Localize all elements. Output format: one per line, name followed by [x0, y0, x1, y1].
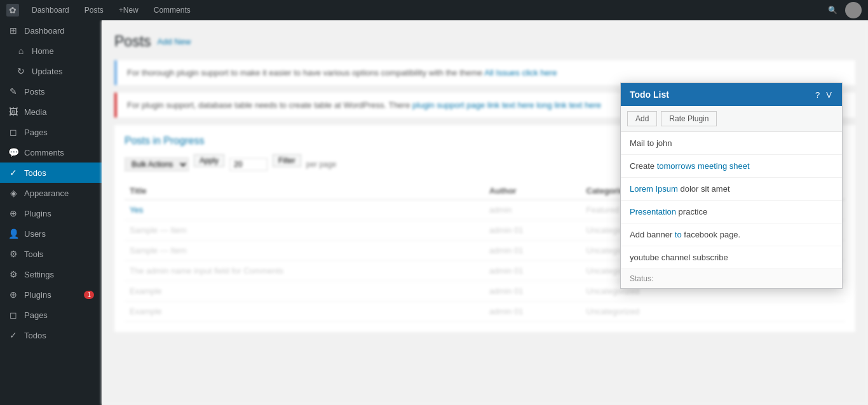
plugins2-icon: ⊕	[8, 289, 19, 300]
pages2-icon: ◻	[8, 310, 19, 320]
row-title-link[interactable]: Example	[130, 307, 162, 316]
page-title: Posts	[114, 33, 151, 50]
notice-error-link[interactable]: plugin support page link text here long …	[412, 100, 601, 110]
row-title-link[interactable]: Yes	[130, 205, 143, 215]
users-icon: 👤	[8, 229, 19, 239]
todo-list: Mail to john Create tomorrows meeting sh…	[621, 132, 842, 269]
sidebar-item-pages2[interactable]: ◻ Pages	[0, 305, 102, 325]
todo-item-1[interactable]: Mail to john	[621, 132, 842, 155]
row-author: admin 01	[484, 281, 581, 302]
apply-button[interactable]: Apply	[194, 154, 224, 167]
todo-highlight-4: Presentation	[630, 207, 676, 216]
row-tags	[720, 302, 783, 322]
notice-sublink[interactable]: click here	[522, 68, 557, 77]
appearance-icon: ◈	[8, 188, 19, 198]
plugins-icon: ⊕	[8, 208, 19, 218]
table-row: Example admin 01 Uncategorized	[125, 302, 845, 322]
row-categories: Uncategorized	[581, 302, 721, 322]
todo-widget: Todo List ? V Add Rate Plugin Mail to jo…	[620, 83, 843, 289]
col-author: Author	[484, 182, 581, 200]
todo-item-5[interactable]: Add banner to facebook page.	[621, 223, 842, 246]
col-title: Title	[125, 182, 484, 200]
pages-icon: ◻	[8, 127, 19, 137]
home-icon: ⌂	[15, 46, 27, 56]
row-title-link[interactable]: Sample — Item	[130, 246, 187, 255]
updates-icon: ↻	[15, 66, 27, 76]
comments-icon: 💬	[8, 147, 19, 157]
adminbar-search[interactable]: 🔍	[823, 0, 843, 20]
todos-icon: ✓	[8, 168, 19, 178]
todo-header: Todo List ? V	[621, 83, 842, 106]
admin-bar: ✿ Dashboard Posts + New Comments 🔍	[0, 0, 868, 20]
todo-item-4[interactable]: Presentation practice	[621, 201, 842, 223]
sidebar-item-updates[interactable]: ↻ Updates	[0, 61, 102, 81]
add-new-link[interactable]: Add New	[158, 37, 191, 46]
row-author: admin 01	[484, 241, 581, 261]
sidebar-item-plugins[interactable]: ⊕ Plugins	[0, 203, 102, 223]
sidebar-item-comments[interactable]: 💬 Comments	[0, 142, 102, 163]
todo-highlight-3a: Lorem Ipsum	[630, 184, 678, 194]
sidebar-item-plugins2[interactable]: ⊕ Plugins 1	[0, 284, 102, 305]
notice-error-text: For plugin support, database table needs…	[127, 100, 410, 110]
per-page-label: per page	[306, 160, 336, 169]
todo-highlight-5: to	[675, 230, 682, 239]
row-title-link[interactable]: The admin name input field for Comments	[130, 266, 283, 276]
todo-title: Todo List	[630, 90, 669, 100]
todo-add-button[interactable]: Add	[627, 111, 657, 126]
sidebar-item-media[interactable]: 🖼 Media	[0, 102, 102, 122]
row-title-link[interactable]: Sample — Item	[130, 225, 187, 235]
admin-avatar[interactable]	[845, 2, 862, 18]
todo-status: Status:	[621, 269, 842, 288]
row-author: admin 01	[484, 302, 581, 322]
sidebar-item-settings[interactable]: ⚙ Settings	[0, 264, 102, 284]
adminbar-posts[interactable]: Posts	[79, 0, 109, 20]
filter-button[interactable]: Filter	[273, 154, 301, 167]
todo-header-actions: ? V	[814, 90, 833, 100]
settings-icon: ⚙	[8, 269, 19, 279]
sidebar-item-appearance[interactable]: ◈ Appearance	[0, 183, 102, 203]
adminbar-right: 🔍	[823, 0, 862, 20]
todo-item-text-2: Create tomorrows meeting sheet	[630, 161, 833, 171]
sidebar-item-dashboard[interactable]: ⊞ Dashboard	[0, 20, 102, 41]
sidebar-item-pages[interactable]: ◻ Pages	[0, 122, 102, 142]
todo-item-3[interactable]: Lorem Ipsum dolor sit amet	[621, 178, 842, 201]
media-icon: 🖼	[8, 107, 19, 117]
todo-highlight-2: tomorrows meeting sheet	[657, 161, 750, 171]
todo-item-text-6: youtube channel subscribe	[630, 253, 833, 262]
todo-item-text-4: Presentation practice	[630, 207, 833, 216]
sidebar-item-todos[interactable]: ✓ Todos	[0, 163, 102, 183]
todo-help-button[interactable]: ?	[814, 90, 821, 100]
sidebar-item-tools[interactable]: ⚙ Tools	[0, 244, 102, 264]
posts-icon: ✎	[8, 86, 19, 96]
adminbar-new[interactable]: + New	[114, 0, 144, 20]
row-title-link[interactable]: Example	[130, 286, 162, 296]
tools-icon: ⚙	[8, 249, 19, 259]
row-author: admin 01	[484, 220, 581, 241]
adminbar-dashboard[interactable]: Dashboard	[27, 0, 74, 20]
todo-rate-button[interactable]: Rate Plugin	[661, 111, 717, 126]
per-page-input[interactable]	[229, 158, 268, 171]
wp-logo[interactable]: ✿	[6, 4, 19, 17]
todo-collapse-button[interactable]: V	[825, 90, 833, 100]
bulk-action-select[interactable]: Bulk Actions	[125, 157, 189, 171]
adminbar-comments[interactable]: Comments	[149, 0, 196, 20]
todo-item-text-5: Add banner to facebook page.	[630, 230, 833, 239]
row-author: admin 01	[484, 261, 581, 281]
todo-item-text-1: Mail to john	[630, 138, 833, 148]
sidebar-item-todos2[interactable]: ✓ Todos	[0, 325, 102, 345]
notice-link[interactable]: All Issues	[484, 68, 520, 77]
sidebar-item-home[interactable]: ⌂ Home	[0, 41, 102, 61]
todo-item-6[interactable]: youtube channel subscribe	[621, 246, 842, 269]
todos2-icon: ✓	[8, 330, 19, 340]
row-date	[783, 302, 845, 322]
sidebar-item-posts[interactable]: ✎ Posts	[0, 81, 102, 102]
main-layout: ⊞ Dashboard ⌂ Home ↻ Updates ✎ Posts 🖼 M…	[0, 20, 868, 405]
sidebar-item-users[interactable]: 👤 Users	[0, 223, 102, 244]
notice-info: For thorough plugin support to make it e…	[114, 60, 855, 85]
dashboard-icon: ⊞	[8, 25, 19, 36]
page-header: Posts Add New	[114, 33, 855, 50]
todo-item-2[interactable]: Create tomorrows meeting sheet	[621, 155, 842, 178]
row-author: admin	[484, 200, 581, 220]
sidebar: ⊞ Dashboard ⌂ Home ↻ Updates ✎ Posts 🖼 M…	[0, 20, 102, 405]
plugins-badge: 1	[84, 291, 94, 299]
